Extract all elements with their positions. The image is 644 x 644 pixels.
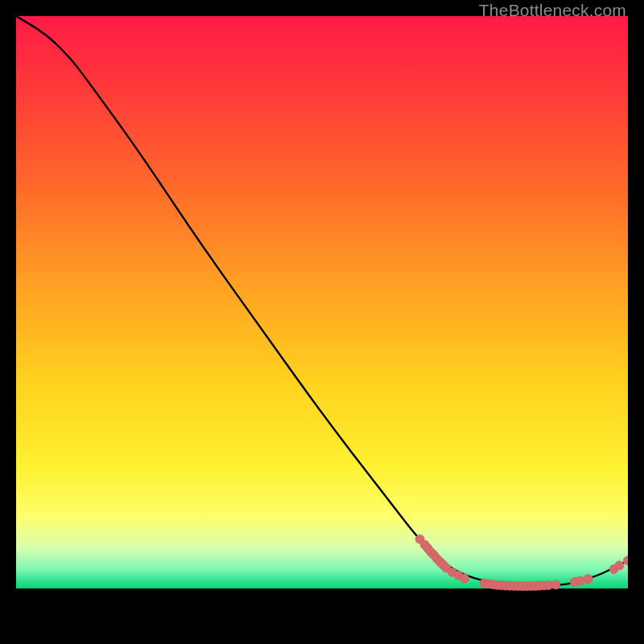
- curve-marker: [615, 561, 624, 570]
- chart-container: TheBottleneck.com: [0, 0, 644, 644]
- curve-marker: [576, 576, 584, 585]
- curve-marker: [623, 556, 628, 565]
- plot-area: [16, 16, 628, 628]
- curve-layer: [16, 16, 628, 628]
- curve-marker: [551, 580, 560, 589]
- curve-marker: [460, 574, 469, 583]
- curve-marker: [584, 575, 592, 584]
- curve-markers: [415, 535, 628, 591]
- bottleneck-curve: [16, 16, 628, 586]
